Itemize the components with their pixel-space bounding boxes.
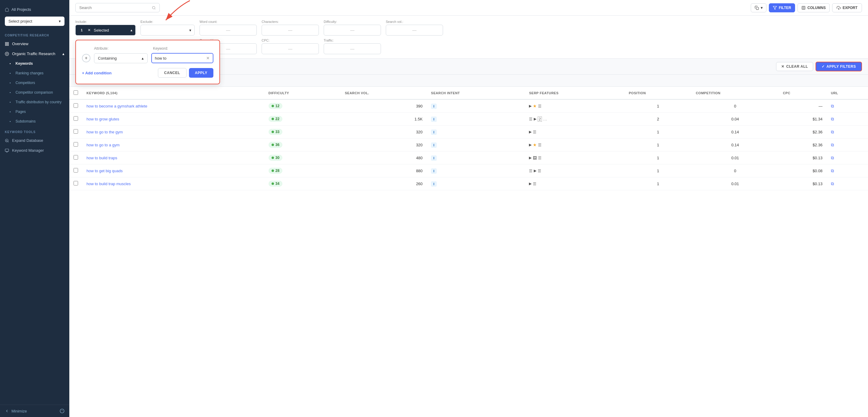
keyword-cell: how to build traps [82,151,264,164]
url-link-icon[interactable]: ⧉ [831,116,834,121]
search-icon [152,6,156,10]
clear-all-button[interactable]: ✕ CLEAR ALL [776,62,813,71]
row-checkbox[interactable] [73,181,78,185]
sidebar-item-traffic-distribution[interactable]: Traffic distribution by country [0,97,69,107]
filter-row: Include: 1 ✕ Selected ▴ Exclude: [75,20,862,36]
all-projects-link[interactable]: All Projects [5,5,64,13]
difficulty-dot [272,170,274,172]
exclude-label: Exclude: [141,20,195,24]
row-checkbox[interactable] [73,168,78,173]
url-link-icon[interactable]: ⧉ [831,104,834,108]
serp-icons: ▶★☰ [529,142,620,147]
sidebar-item-pages[interactable]: Pages [0,107,69,116]
columns-button[interactable]: COLUMNS [798,3,830,12]
include-select[interactable]: 1 ✕ Selected ▴ [75,25,135,36]
chevron-down-icon: ▾ [761,6,763,10]
keyword-link[interactable]: how to build traps [87,156,117,160]
url-link-icon[interactable]: ⧉ [831,181,834,186]
search-input[interactable] [79,5,150,10]
export-label: EXPORT [843,6,858,10]
keyword-input[interactable] [155,56,206,61]
sidebar-item-ranking-changes[interactable]: Ranking changes [0,68,69,78]
th-cpc[interactable]: CPC [779,87,827,99]
sidebar-keyword-manager-label: Keyword Manager [12,148,44,153]
keywords-table-container: KEYWORD (5,104) DIFFICULTY SEARCH VOL. S… [69,87,868,417]
exclude-select[interactable]: ▾ [141,25,195,36]
url-link-icon[interactable]: ⧉ [831,130,834,134]
search-vol-range[interactable]: — [386,25,443,36]
search-box[interactable] [75,3,160,12]
keyword-link[interactable]: how to become a gymshark athlete [87,104,147,108]
apply-button[interactable]: APPLY [189,68,213,78]
th-search-intent[interactable]: SEARCH INTENT [427,87,525,99]
th-competition[interactable]: COMPETITION [692,87,779,99]
th-position[interactable]: POSITION [624,87,691,99]
selected-clear-icon[interactable]: ✕ [88,28,91,32]
serp-icons: ▶☰ [529,181,620,186]
characters-range[interactable]: — [261,25,319,36]
sidebar-item-organic-traffic[interactable]: Organic Traffic Research ▴ [0,49,69,59]
cpc-label: CPC: [261,39,319,42]
search-intent-cell: I [427,99,525,113]
th-keyword[interactable]: KEYWORD (5,104) [82,87,264,99]
apply-filters-button[interactable]: ✓ APPLY FILTERS [815,62,862,71]
serp-features-cell: ☰▶☰ [525,164,624,177]
sidebar-item-overview[interactable]: Overview [0,39,69,49]
th-search-vol[interactable]: SEARCH VOL. [341,87,427,99]
row-checkbox[interactable] [73,116,78,121]
difficulty-badge: 28 [269,168,282,174]
sidebar-item-competitors[interactable]: Competitors [0,78,69,88]
apply-filters-label: APPLY FILTERS [827,64,856,69]
keyword-link[interactable]: how to build trap muscles [87,181,131,186]
row-checkbox[interactable] [73,155,78,160]
cpc-cell: — [779,99,827,113]
sidebar-item-competitor-comparison[interactable]: Competitor comparison [0,88,69,97]
search-intent-cell: I [427,151,525,164]
attribute-col-label: Attribute: [94,46,150,50]
difficulty-cell: 34 [264,177,341,190]
search-vol-cell: 1.5K [341,113,427,126]
filter-button[interactable]: FILTER [769,3,795,12]
add-condition-link[interactable]: + Add condition [82,71,112,75]
export-button[interactable]: EXPORT [832,3,862,12]
url-link-icon[interactable]: ⧉ [831,142,834,147]
svg-point-16 [153,6,155,9]
row-checkbox[interactable] [73,142,78,147]
keyword-link[interactable]: how to get big quads [87,169,123,173]
traffic-range[interactable]: — [324,43,381,54]
sidebar-item-expand-db[interactable]: Expand Database [0,136,69,145]
select-project-dropdown[interactable]: Select project ▾ [5,16,64,26]
th-url[interactable]: URL [827,87,868,99]
keyword-link[interactable]: how to go to the gym [87,130,123,134]
sidebar-item-keyword-manager[interactable]: Keyword Manager [0,145,69,155]
th-serp-features[interactable]: SERP FEATURES [525,87,624,99]
difficulty-range[interactable]: — [324,25,381,36]
minimize-btn[interactable]: Minimize [0,405,69,417]
svg-rect-1 [7,42,8,43]
sidebar-item-keywords[interactable]: Keywords [0,59,69,68]
url-link-icon[interactable]: ⧉ [831,168,834,173]
keyword-link[interactable]: how to go to a gym [87,143,120,147]
copy-button[interactable]: ▾ [751,3,767,12]
cpc-range[interactable]: — [261,43,319,54]
cancel-button[interactable]: CANCEL [158,68,187,78]
svg-line-17 [155,8,155,9]
add-row-button[interactable]: + [82,54,90,62]
keyword-clear-icon[interactable]: ✕ [206,56,210,61]
intent-badge: I [431,142,437,148]
url-link-icon[interactable]: ⧉ [831,155,834,160]
traffic-group: Traffic: — [324,39,381,54]
row-checkbox[interactable] [73,103,78,108]
select-all-checkbox[interactable] [73,90,78,95]
row-checkbox[interactable] [73,129,78,134]
th-difficulty[interactable]: DIFFICULTY [264,87,341,99]
serp-features-cell: ▶☰ [525,177,624,190]
sidebar-item-subdomains[interactable]: Subdomains [0,116,69,126]
check-icon: ✓ [822,64,825,69]
attribute-select[interactable]: Containing ▴ [94,53,148,63]
keyword-link[interactable]: how to grow glutes [87,117,119,121]
word-count-range[interactable]: — [199,25,257,36]
table-row: how to go to a gym 36 320 I ▶★☰ 1 0.14 $… [69,139,868,151]
search-vol-group: Search vol.: — [386,20,443,36]
search-vol-cell: 390 [341,99,427,113]
